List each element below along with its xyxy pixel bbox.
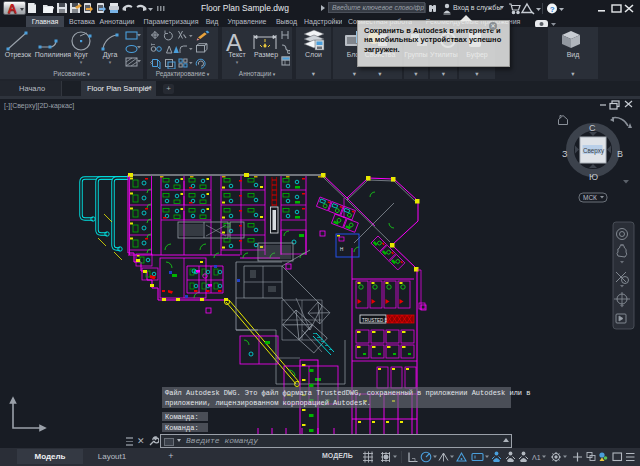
svg-text:H: H xyxy=(340,247,343,252)
svg-text:Λ1: Λ1 xyxy=(532,454,541,461)
svg-text:Ю: Ю xyxy=(589,172,598,182)
svg-text:МСК: МСК xyxy=(583,194,597,201)
svg-text:З: З xyxy=(562,149,567,159)
svg-text:С: С xyxy=(589,123,596,133)
svg-text:TRUSTED BL: TRUSTED BL xyxy=(362,318,391,323)
svg-text:?: ? xyxy=(550,5,555,14)
svg-text:В: В xyxy=(617,149,623,159)
svg-text:Сверху: Сверху xyxy=(583,147,605,155)
